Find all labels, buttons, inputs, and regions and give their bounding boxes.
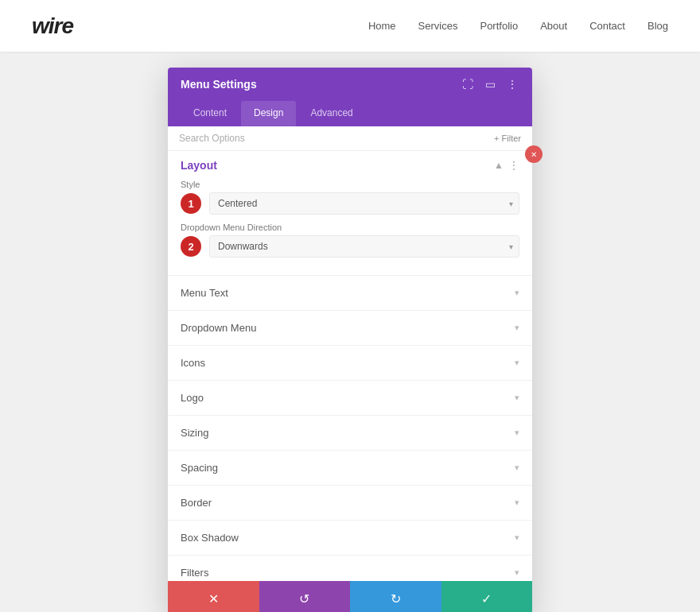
dropdown-direction-setting: Dropdown Menu Direction 2 Downwards Upwa…: [181, 223, 519, 258]
dropdown-menu-chevron: ▾: [515, 323, 519, 333]
logo-label: Logo: [181, 392, 204, 404]
collapsible-sizing[interactable]: Sizing ▾: [168, 415, 532, 450]
step-badge-1: 1: [181, 193, 201, 214]
dropdown-direction-row: 2 Downwards Upwards ▾: [181, 235, 519, 258]
tab-advanced[interactable]: Advanced: [298, 101, 365, 126]
nav-link-contact[interactable]: Contact: [589, 20, 625, 32]
panel-header-actions: ⛶ ▭ ⋮: [461, 77, 519, 91]
nav-link-services[interactable]: Services: [418, 20, 458, 32]
dropdown-direction-select-wrapper: Downwards Upwards ▾: [209, 235, 519, 258]
spacing-chevron: ▾: [515, 463, 519, 473]
menu-text-chevron: ▾: [515, 288, 519, 298]
nav-link-blog[interactable]: Blog: [648, 20, 668, 32]
step-badge-2: 2: [181, 236, 201, 257]
layout-section-header: Layout ▲ ⋮: [168, 151, 532, 176]
dropdown-direction-label: Dropdown Menu Direction: [181, 223, 519, 232]
filters-label: Filters: [181, 567, 208, 579]
fullscreen-icon[interactable]: ⛶: [461, 77, 475, 91]
section-collapse-icon[interactable]: ▲: [494, 160, 504, 171]
border-chevron: ▾: [515, 498, 519, 508]
search-placeholder: Search Options: [179, 133, 245, 144]
tab-content[interactable]: Content: [181, 101, 239, 126]
style-setting: Style 1 Centered Left Aligned Right Alig…: [181, 180, 519, 215]
style-select[interactable]: Centered Left Aligned Right Aligned: [209, 192, 519, 215]
panel-content[interactable]: Layout ▲ ⋮ Style 1 Centered: [168, 151, 532, 581]
more-options-icon[interactable]: ⋮: [505, 77, 519, 91]
redo-button[interactable]: ↻: [350, 581, 441, 612]
collapsible-sections-list: Menu Text ▾ Dropdown Menu ▾ Icons ▾ Logo…: [168, 275, 532, 581]
filter-label: + Filter: [494, 134, 521, 143]
nav-link-portfolio[interactable]: Portfolio: [480, 20, 518, 32]
panel-title: Menu Settings: [181, 78, 257, 91]
border-label: Border: [181, 497, 212, 509]
collapsible-dropdown-menu[interactable]: Dropdown Menu ▾: [168, 310, 532, 345]
logo: wire: [32, 14, 73, 39]
collapsible-logo[interactable]: Logo ▾: [168, 380, 532, 415]
tab-design[interactable]: Design: [241, 101, 296, 126]
collapsible-filters[interactable]: Filters ▾: [168, 555, 532, 581]
panel-header: Menu Settings ⛶ ▭ ⋮: [168, 68, 532, 101]
panel-footer: ✕ ↺ ↻ ✓: [168, 581, 532, 612]
dropdown-menu-label: Dropdown Menu: [181, 322, 256, 334]
panel-tabs: Content Design Advanced: [168, 101, 532, 126]
minimize-icon[interactable]: ▭: [483, 77, 497, 91]
spacing-label: Spacing: [181, 462, 218, 474]
nav-link-about[interactable]: About: [540, 20, 567, 32]
top-navigation: wire Home Services Portfolio About Conta…: [0, 0, 700, 52]
search-bar: Search Options + Filter: [168, 126, 532, 151]
collapsible-spacing[interactable]: Spacing ▾: [168, 450, 532, 485]
menu-text-label: Menu Text: [181, 287, 228, 299]
save-button[interactable]: ✓: [441, 581, 533, 612]
section-more-icon[interactable]: ⋮: [508, 159, 519, 172]
icons-label: Icons: [181, 357, 205, 369]
dropdown-direction-select[interactable]: Downwards Upwards: [209, 235, 519, 258]
cancel-button[interactable]: ✕: [168, 581, 259, 612]
collapsible-border[interactable]: Border ▾: [168, 485, 532, 520]
sizing-label: Sizing: [181, 427, 208, 439]
section-header-icons: ▲ ⋮: [494, 159, 519, 172]
layout-settings-group: Style 1 Centered Left Aligned Right Alig…: [168, 176, 532, 275]
style-row: 1 Centered Left Aligned Right Aligned ▾: [181, 192, 519, 215]
nav-link-home[interactable]: Home: [368, 20, 396, 32]
panel-close-button[interactable]: ✕: [525, 145, 542, 163]
filters-chevron: ▾: [515, 567, 519, 578]
collapsible-box-shadow[interactable]: Box Shadow ▾: [168, 520, 532, 555]
filter-button[interactable]: + Filter: [494, 134, 521, 143]
style-label: Style: [181, 180, 519, 189]
box-shadow-chevron: ▾: [515, 533, 519, 543]
sizing-chevron: ▾: [515, 428, 519, 438]
reset-button[interactable]: ↺: [259, 581, 351, 612]
modal-overlay: ✕ Menu Settings ⛶ ▭ ⋮ Content Design Adv…: [0, 52, 700, 612]
collapsible-icons[interactable]: Icons ▾: [168, 345, 532, 380]
layout-section-title: Layout: [181, 159, 217, 172]
nav-links: Home Services Portfolio About Contact Bl…: [368, 20, 668, 32]
logo-chevron: ▾: [515, 393, 519, 403]
box-shadow-label: Box Shadow: [181, 532, 239, 544]
collapsible-menu-text[interactable]: Menu Text ▾: [168, 275, 532, 310]
icons-chevron: ▾: [515, 358, 519, 368]
settings-panel: Menu Settings ⛶ ▭ ⋮ Content Design Advan…: [168, 68, 532, 612]
style-select-wrapper: Centered Left Aligned Right Aligned ▾: [209, 192, 519, 215]
